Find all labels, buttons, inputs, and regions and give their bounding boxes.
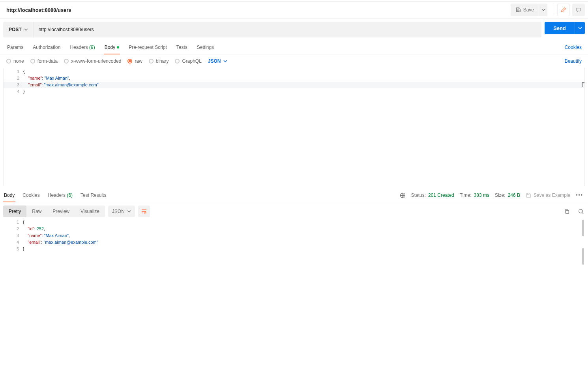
svg-rect-0: [517, 10, 519, 12]
wrap-icon: [141, 209, 147, 214]
tab-authorization[interactable]: Authorization: [32, 41, 61, 54]
search-response-button[interactable]: [577, 207, 585, 215]
chevron-down-icon: [541, 8, 545, 12]
view-raw[interactable]: Raw: [26, 205, 47, 217]
wrap-lines-button[interactable]: [138, 205, 150, 217]
response-status: Status:201 Created: [411, 192, 454, 198]
send-options-button[interactable]: [575, 22, 585, 34]
body-type-formdata[interactable]: form-data: [30, 58, 58, 64]
save-label: Save: [523, 7, 534, 13]
save-icon: [526, 192, 531, 198]
save-icon: [515, 7, 521, 13]
tab-body[interactable]: Body: [104, 41, 120, 54]
response-view-controls: Pretty Raw Preview Visualize JSON: [0, 202, 588, 219]
editor-cursor: [582, 82, 585, 87]
more-options-button[interactable]: •••: [574, 192, 585, 198]
request-tabs: Params Authorization Headers (9) Body Pr…: [0, 41, 588, 54]
chevron-down-icon: [223, 59, 227, 63]
resp-tab-test-results[interactable]: Test Results: [80, 189, 107, 202]
tab-body-label: Body: [105, 45, 115, 50]
body-type-selector: none form-data x-www-form-urlencoded raw…: [0, 54, 588, 68]
copy-icon: [564, 209, 570, 215]
save-as-example-button[interactable]: Save as Example: [526, 192, 570, 198]
send-label: Send: [553, 25, 566, 31]
request-body-editor[interactable]: 1{ 2 "name": "Max Aiman", 3 "email": "ma…: [3, 68, 585, 186]
response-tabs: Body Cookies Headers (6) Test Results St…: [0, 189, 588, 202]
response-body-viewer[interactable]: 1{ 2 "id": 252, 3 "name": "Max Aiman", 4…: [3, 219, 585, 252]
body-type-raw[interactable]: raw: [127, 58, 142, 64]
copy-response-button[interactable]: [563, 207, 571, 215]
body-type-none[interactable]: none: [6, 58, 24, 64]
chevron-down-icon: [578, 26, 582, 30]
send-button[interactable]: Send: [545, 22, 575, 34]
body-format-select[interactable]: JSON: [208, 58, 227, 64]
comment-icon: [576, 7, 581, 13]
resp-tab-headers-label: Headers: [48, 192, 66, 198]
save-as-example-label: Save as Example: [534, 192, 570, 198]
body-format-label: JSON: [208, 58, 221, 64]
scrollbar-handle[interactable]: [582, 248, 584, 265]
save-button[interactable]: Save: [511, 4, 539, 16]
request-title: http://localhost:8080/users: [3, 7, 71, 13]
comments-button[interactable]: [572, 4, 585, 16]
edit-button[interactable]: [557, 4, 570, 16]
pencil-icon: [561, 7, 566, 13]
chevron-down-icon: [24, 28, 28, 32]
resp-tab-body[interactable]: Body: [3, 189, 15, 202]
tab-prerequest[interactable]: Pre-request Script: [128, 41, 168, 54]
cookies-link[interactable]: Cookies: [565, 45, 582, 50]
response-size: Size:246 B: [495, 192, 520, 198]
svg-point-3: [579, 209, 582, 213]
tab-headers[interactable]: Headers (9): [69, 41, 96, 54]
tab-params[interactable]: Params: [6, 41, 24, 54]
beautify-link[interactable]: Beautify: [565, 58, 582, 64]
tab-tests[interactable]: Tests: [176, 41, 188, 54]
method-label: POST: [9, 27, 22, 32]
request-bar: POST Send: [0, 19, 588, 41]
method-select[interactable]: POST: [3, 22, 34, 37]
resp-tab-cookies[interactable]: Cookies: [22, 189, 40, 202]
view-visualize[interactable]: Visualize: [75, 205, 105, 217]
body-modified-indicator: [117, 46, 119, 49]
body-type-urlencoded[interactable]: x-www-form-urlencoded: [64, 58, 121, 64]
chevron-down-icon: [127, 209, 131, 213]
network-icon[interactable]: [400, 192, 406, 198]
save-options-button[interactable]: [539, 4, 547, 16]
separator: [554, 5, 554, 15]
body-type-binary[interactable]: binary: [149, 58, 169, 64]
tab-headers-count: (9): [89, 45, 95, 50]
header-row: http://localhost:8080/users Save: [0, 2, 588, 18]
scrollbar-handle[interactable]: [582, 220, 584, 236]
response-format-label: JSON: [112, 209, 125, 214]
resp-tab-headers[interactable]: Headers (6): [47, 189, 73, 202]
response-time: Time:383 ms: [460, 192, 489, 198]
resp-tab-headers-count: (6): [67, 192, 73, 198]
view-preview[interactable]: Preview: [47, 205, 75, 217]
url-input[interactable]: [34, 22, 542, 37]
view-pretty[interactable]: Pretty: [3, 205, 26, 217]
body-type-graphql[interactable]: GraphQL: [175, 58, 201, 64]
response-view-mode: Pretty Raw Preview Visualize: [3, 205, 105, 217]
svg-rect-2: [566, 210, 569, 213]
response-format-select[interactable]: JSON: [108, 205, 135, 217]
tab-headers-label: Headers: [70, 45, 88, 50]
search-icon: [578, 209, 584, 215]
tab-settings[interactable]: Settings: [196, 41, 215, 54]
